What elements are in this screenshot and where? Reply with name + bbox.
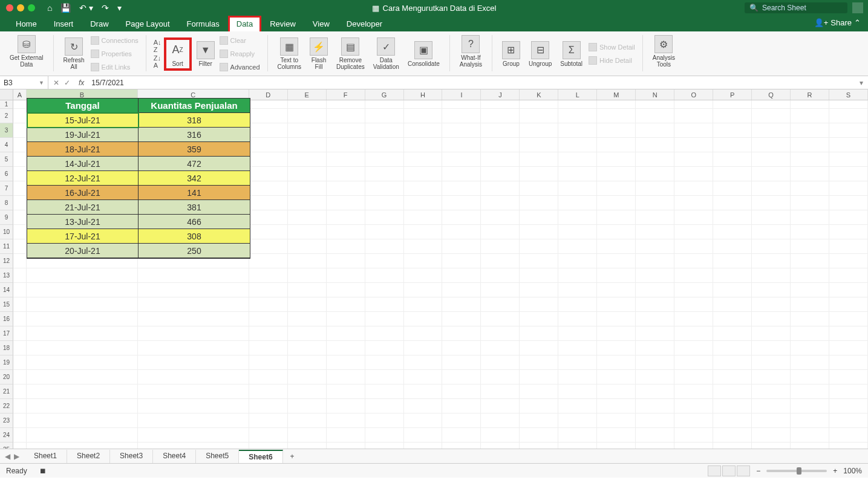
cell[interactable] (288, 443, 327, 449)
cell[interactable] (404, 181, 443, 196)
cell[interactable] (442, 414, 481, 428)
cell[interactable] (791, 355, 829, 370)
col-header[interactable]: E (288, 89, 327, 100)
cell[interactable] (520, 297, 558, 312)
col-header[interactable]: K (520, 89, 558, 100)
cell[interactable] (713, 341, 752, 355)
cell[interactable] (597, 399, 636, 414)
cell[interactable] (13, 312, 27, 326)
row-header[interactable]: 11 (0, 239, 13, 254)
cell[interactable] (829, 414, 868, 428)
cell[interactable] (752, 384, 791, 399)
search-sheet-input[interactable]: 🔍 Search Sheet (745, 2, 847, 13)
cell[interactable] (829, 210, 868, 225)
cell[interactable] (327, 370, 365, 384)
cell[interactable] (13, 167, 27, 181)
cell[interactable] (597, 181, 636, 196)
cell[interactable] (249, 210, 288, 225)
cell[interactable] (27, 268, 138, 283)
cell[interactable] (442, 283, 481, 297)
col-header[interactable]: Q (752, 89, 791, 100)
cell[interactable] (636, 225, 674, 239)
cell[interactable] (597, 414, 636, 428)
cell[interactable] (365, 355, 404, 370)
worksheet-grid[interactable]: A B C D E F G H I J K L M N O P Q R S 12… (0, 89, 868, 449)
cell[interactable] (791, 109, 829, 123)
cell[interactable] (404, 399, 443, 414)
minimize-window-icon[interactable] (17, 4, 24, 11)
cell-kuantitas[interactable]: 359 (139, 142, 250, 157)
cell-tanggal[interactable]: 15-Jul-21 (27, 113, 139, 128)
cell[interactable] (13, 399, 27, 414)
cell[interactable] (558, 399, 597, 414)
col-header[interactable]: J (481, 89, 520, 100)
cell[interactable] (327, 100, 365, 109)
cell[interactable] (327, 268, 365, 283)
cell[interactable] (558, 297, 597, 312)
clear-button[interactable]: Clear (220, 34, 260, 47)
cell[interactable] (791, 138, 829, 152)
cell[interactable] (404, 123, 443, 138)
cell[interactable] (481, 167, 520, 181)
cell-tanggal[interactable]: 13-Jul-21 (27, 215, 139, 229)
cell[interactable] (481, 109, 520, 123)
cell[interactable] (288, 283, 327, 297)
ungroup-button[interactable]: ⊟Ungroup (526, 40, 554, 68)
cell[interactable] (829, 341, 868, 355)
sheet-tab[interactable]: Sheet5 (196, 450, 239, 463)
cell[interactable] (481, 210, 520, 225)
row-header[interactable]: 13 (0, 268, 13, 283)
cell[interactable] (752, 341, 791, 355)
tab-review[interactable]: Review (261, 16, 304, 31)
properties-button[interactable]: Properties (91, 48, 139, 60)
cell[interactable] (597, 297, 636, 312)
cell[interactable] (597, 152, 636, 167)
cell[interactable] (481, 283, 520, 297)
cell[interactable] (597, 283, 636, 297)
cell[interactable] (404, 225, 443, 239)
cell[interactable] (365, 100, 404, 109)
expand-formula-icon[interactable]: ▾ (860, 79, 868, 87)
cell[interactable] (288, 254, 327, 268)
cell[interactable] (674, 370, 713, 384)
row-header[interactable]: 2 (0, 109, 13, 123)
cell[interactable] (288, 370, 327, 384)
cell[interactable] (791, 196, 829, 210)
cell[interactable] (558, 210, 597, 225)
select-all-corner[interactable] (0, 89, 13, 100)
row-header[interactable]: 7 (0, 181, 13, 196)
cell[interactable] (442, 181, 481, 196)
cell[interactable] (752, 138, 791, 152)
cell[interactable] (791, 399, 829, 414)
cell[interactable] (442, 384, 481, 399)
cell[interactable] (327, 239, 365, 254)
row-header[interactable]: 3 (0, 123, 13, 138)
share-button[interactable]: 👤+Share ⌃ (814, 18, 861, 27)
cell[interactable] (752, 123, 791, 138)
row-header[interactable]: 22 (0, 399, 13, 414)
cell[interactable] (288, 268, 327, 283)
cell-tanggal[interactable]: 14-Jul-21 (27, 157, 139, 171)
cell[interactable] (597, 239, 636, 254)
cell[interactable] (13, 443, 27, 449)
cell[interactable] (27, 297, 138, 312)
col-header[interactable]: L (558, 89, 597, 100)
sheet-tab[interactable]: Sheet6 (239, 450, 282, 463)
cell[interactable] (829, 225, 868, 239)
cell[interactable] (288, 297, 327, 312)
cell[interactable] (404, 370, 443, 384)
cell[interactable] (138, 283, 249, 297)
cell[interactable] (597, 384, 636, 399)
cell[interactable] (327, 152, 365, 167)
cell[interactable] (404, 196, 443, 210)
cell[interactable] (249, 443, 288, 449)
row-header[interactable]: 14 (0, 283, 13, 297)
cell[interactable] (829, 100, 868, 109)
sheet-nav-next-icon[interactable]: ▶ (14, 452, 19, 461)
col-header[interactable]: O (674, 89, 713, 100)
cell[interactable] (13, 341, 27, 355)
cell[interactable] (13, 414, 27, 428)
row-header[interactable]: 8 (0, 196, 13, 210)
cell[interactable] (558, 196, 597, 210)
cell[interactable] (597, 254, 636, 268)
